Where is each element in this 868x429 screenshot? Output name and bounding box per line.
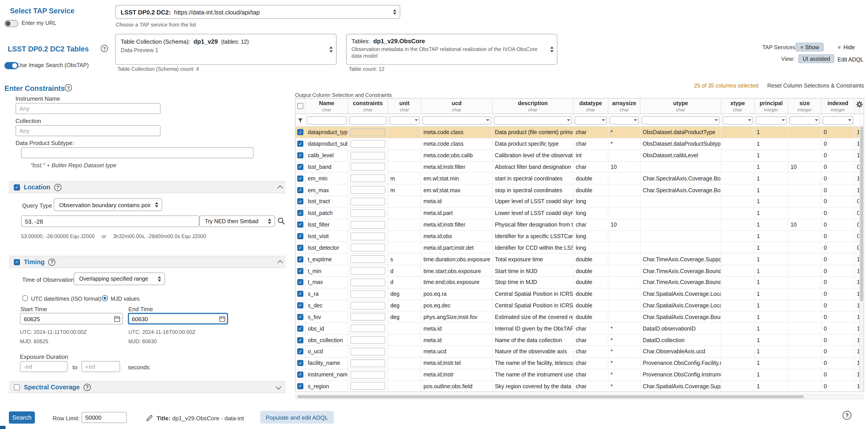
spectral-help-icon[interactable]: [84, 384, 91, 391]
constraint-input[interactable]: [350, 209, 385, 217]
help-icon[interactable]: [843, 411, 851, 420]
utc-radio-label[interactable]: UTC date/times (ISO format): [31, 296, 101, 302]
constraint-input[interactable]: [350, 325, 385, 332]
table-row-dataproduct_type[interactable]: dataproduct_typemeta.code.classData prod…: [296, 127, 864, 138]
mjd-radio-label[interactable]: MJD values: [111, 296, 140, 302]
table-row-calib_level[interactable]: calib_levelmeta.code;obs.calibCalibratio…: [296, 150, 864, 161]
row-checkbox[interactable]: [297, 348, 303, 355]
column-header-description[interactable]: descriptionchar: [493, 99, 574, 114]
use-image-search-toggle[interactable]: [4, 62, 18, 69]
column-header-datatype[interactable]: datatypechar: [574, 99, 608, 114]
query-type-select[interactable]: Observation boundary contains point: [54, 198, 162, 211]
edit-title-pencil-icon[interactable]: [146, 413, 153, 424]
filter-dropdown-arrow[interactable]: [815, 119, 818, 121]
tap-services-hide-button[interactable]: Hide: [834, 42, 859, 52]
filter-dropdown-arrow[interactable]: [602, 119, 605, 121]
constraint-input[interactable]: [350, 348, 385, 356]
constraint-input[interactable]: [350, 128, 385, 136]
row-checkbox[interactable]: [297, 303, 303, 308]
table-row-lsst_patch[interactable]: lsst_patchmeta.id.partLower level of LSS…: [296, 208, 864, 219]
view-edit-adql-button[interactable]: Edit ADQL: [834, 55, 867, 64]
constraint-input[interactable]: [350, 175, 385, 182]
constraint-input[interactable]: [350, 267, 385, 275]
filter-dropdown-arrow[interactable]: [848, 119, 851, 121]
row-checkbox[interactable]: [297, 383, 303, 389]
resolve-search-icon[interactable]: [276, 216, 286, 226]
table-row-lsst_detector[interactable]: lsst_detectormeta.id.part;instr.detIdent…: [296, 242, 864, 254]
filter-dropdown-arrow[interactable]: [715, 119, 718, 121]
row-checkbox[interactable]: [297, 164, 303, 170]
filter-input-ucd[interactable]: [423, 116, 491, 124]
data-product-subtype-input[interactable]: [21, 147, 253, 158]
table-row-t_exptime[interactable]: t_exptimestime.duration;obs.exposureTota…: [296, 254, 864, 265]
filter-dropdown-arrow[interactable]: [486, 119, 490, 121]
search-button[interactable]: Search: [9, 411, 35, 424]
constraint-input[interactable]: [350, 313, 385, 321]
scrollbar-thumb[interactable]: [297, 395, 804, 398]
column-header-utype[interactable]: utypechar: [641, 99, 721, 114]
row-checkbox[interactable]: [297, 152, 303, 158]
row-checkbox[interactable]: [297, 187, 303, 193]
filter-dropdown-arrow[interactable]: [567, 119, 570, 121]
view-ui-assisted-button[interactable]: UI assisted: [798, 54, 835, 63]
constraint-input[interactable]: [350, 302, 385, 309]
filter-input-Name[interactable]: [307, 116, 346, 124]
column-header-size[interactable]: sizeinteger: [788, 99, 822, 114]
filter-dropdown-arrow[interactable]: [415, 119, 418, 121]
tap-services-show-button[interactable]: Show: [796, 42, 824, 52]
end-time-input[interactable]: [128, 313, 228, 325]
scrollbar-thumb[interactable]: [860, 126, 863, 301]
mjd-radio[interactable]: [102, 295, 108, 301]
settings-gear-icon[interactable]: [856, 101, 863, 108]
constraint-input[interactable]: [350, 278, 385, 286]
column-header-ucd[interactable]: ucdchar: [421, 99, 493, 114]
constraint-input[interactable]: [350, 255, 385, 263]
utc-radio[interactable]: [22, 295, 28, 301]
table-row-lsst_visit[interactable]: lsst_visitmeta.id;obsIdentifier for a sp…: [296, 231, 864, 242]
constraint-input[interactable]: [350, 244, 385, 252]
column-header-constraints[interactable]: constraintschar: [348, 99, 388, 114]
table-row-s_dec[interactable]: s_decdegpos.eq.decCentral Spatial Positi…: [296, 300, 864, 312]
position-input[interactable]: [21, 215, 199, 227]
row-checkbox[interactable]: [297, 198, 303, 205]
row-checkbox[interactable]: [297, 291, 303, 297]
collection-input[interactable]: [16, 125, 160, 136]
row-checkbox[interactable]: [297, 256, 303, 262]
column-header-indexed[interactable]: indexedinteger: [822, 99, 855, 114]
location-section-header[interactable]: Location: [9, 181, 286, 193]
table-row-lsst_tract[interactable]: lsst_tractmeta.idUpper level of LSST coa…: [296, 196, 864, 208]
constraint-input[interactable]: [350, 336, 385, 344]
row-checkbox[interactable]: [297, 326, 303, 332]
calendar-icon[interactable]: [219, 316, 225, 321]
row-checkbox[interactable]: [297, 337, 303, 343]
tables-help-icon[interactable]: [101, 45, 108, 52]
table-row-lsst_filter[interactable]: lsst_filtermeta.id;instr.filterPhysical …: [296, 219, 864, 231]
collapse-chevron-icon[interactable]: [277, 185, 282, 190]
table-row-instrument_name[interactable]: instrument_namemeta.id;instrThe name of …: [296, 369, 864, 381]
spectral-checkbox[interactable]: [14, 384, 20, 390]
constraint-input[interactable]: [350, 221, 385, 228]
timing-section-header[interactable]: Timing: [9, 256, 286, 268]
column-header-Name[interactable]: Namechar: [306, 99, 348, 114]
table-vertical-scrollbar[interactable]: [859, 126, 864, 391]
column-header-arraysize[interactable]: arraysizechar: [608, 99, 641, 114]
start-time-input[interactable]: [20, 313, 123, 325]
location-help-icon[interactable]: [54, 184, 61, 191]
column-header-unit[interactable]: unitchar: [388, 99, 421, 114]
instrument-name-input[interactable]: [16, 103, 160, 114]
filter-input-utype[interactable]: [642, 116, 720, 124]
collapse-chevron-icon[interactable]: [277, 260, 282, 265]
exposure-max-input[interactable]: [81, 361, 120, 372]
constraints-help-icon[interactable]: [65, 84, 72, 91]
column-header-xtype[interactable]: xtypechar: [721, 99, 754, 114]
table-row-dataproduct_subt[interactable]: dataproduct_subtmeta.code.classData prod…: [296, 138, 864, 150]
row-checkbox[interactable]: [297, 210, 303, 216]
calendar-icon[interactable]: [114, 316, 120, 321]
table-row-s_fov[interactable]: s_fovdegphys.angSize;instr.fovEstimated …: [296, 311, 864, 323]
row-limit-input[interactable]: [81, 412, 127, 423]
table-row-s_region[interactable]: s_regionpos.outline;obs.fieldSky region …: [296, 381, 864, 392]
location-checkbox[interactable]: [14, 184, 20, 190]
resolver-select[interactable]: Try NED then Simbad: [199, 215, 275, 227]
row-checkbox[interactable]: [297, 245, 303, 251]
filter-input-description[interactable]: [494, 116, 572, 124]
